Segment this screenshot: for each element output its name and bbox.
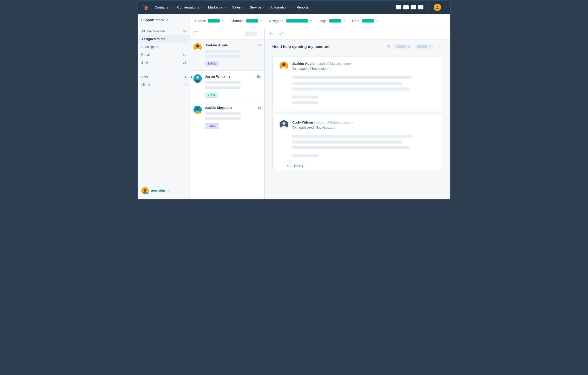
preview-placeholder: [205, 50, 241, 53]
preview-placeholder: [205, 55, 241, 58]
presence-avatar: [141, 187, 149, 194]
sidebar-item-count: 13: [183, 61, 186, 64]
chevron-down-icon: ⌄: [310, 6, 311, 9]
filter-channel[interactable]: Channel:▼: [231, 19, 262, 23]
nav-reports[interactable]: Reports⌄: [296, 5, 312, 9]
sidebar-item-count: 3: [185, 37, 186, 41]
conversation-detail: Need help syncing my account ✕ ✕ ＋: [265, 28, 450, 199]
svg-point-11: [196, 107, 199, 110]
channel-tag: EMAIL: [205, 123, 220, 129]
preview-placeholder: [205, 81, 241, 84]
time-ago: 1d: [258, 106, 261, 109]
preview-placeholder: [205, 117, 241, 120]
filter-tags[interactable]: Tags:▼: [319, 19, 346, 23]
chevron-down-icon: ⌄: [224, 6, 226, 9]
reply-icon[interactable]: [269, 32, 274, 36]
tag-placeholder: [417, 45, 427, 48]
nav-action-2[interactable]: [403, 5, 409, 10]
svg-point-10: [196, 76, 199, 79]
message-list: Joakim Apple <japple@biglytics.com> To: …: [265, 53, 450, 199]
nav-automation[interactable]: Automation⌄: [270, 5, 291, 9]
nav-service[interactable]: Service⌄: [250, 5, 264, 9]
nav-contacts[interactable]: Contacts⌄: [155, 5, 171, 9]
text-placeholder: [292, 154, 318, 157]
chevron-down-icon: ⌄: [262, 6, 264, 9]
chevron-down-icon: ⌄: [289, 6, 291, 9]
sidebar-item-all[interactable]: All conversations63: [138, 27, 189, 35]
filter-value-placeholder: [246, 19, 258, 22]
conversation-row[interactable]: Joakim Apple3m EMAIL: [190, 40, 264, 71]
tag-chip: ✕: [394, 44, 412, 49]
sidebar-item-email[interactable]: E-mail50: [138, 51, 189, 59]
time-ago: 2hr: [256, 75, 261, 78]
sidebar-item-filtered[interactable]: Filtred15: [138, 81, 189, 89]
tag-icon[interactable]: [387, 44, 391, 49]
inbox-title: Support inbox: [141, 18, 165, 22]
avatar: [280, 120, 288, 129]
top-nav: Contacts⌄ Conversations⌄ Marketing⌄ Sale…: [138, 1, 450, 14]
tag-placeholder: [396, 45, 406, 48]
sidebar: Support inbox ▼ All conversations63 Assi…: [138, 14, 190, 199]
nav-action-3[interactable]: [410, 5, 416, 10]
chevron-down-icon: ⌄: [168, 190, 169, 192]
select-all-checkbox[interactable]: [193, 31, 198, 36]
chevron-down-icon: ⌄: [242, 6, 244, 9]
conversation-body: Joakim Apple3m EMAIL: [205, 43, 261, 66]
recipient: To: support@hubspot.com: [292, 67, 352, 71]
nav-action-4[interactable]: [418, 5, 423, 10]
conversation-row[interactable]: Jackie Simpson1d EMAIL: [190, 102, 264, 133]
chevron-down-icon: ⌄: [169, 6, 171, 9]
filter-status[interactable]: Status:▼: [195, 19, 224, 23]
sidebar-divider: [141, 70, 186, 70]
nav-sales[interactable]: Sales⌄: [232, 5, 244, 9]
sidebar-item-assigned[interactable]: Assigned to me3: [138, 35, 189, 43]
user-avatar[interactable]: [434, 4, 441, 11]
conversation-body: Jason Williams2hr CHAT: [205, 75, 261, 97]
preview-placeholder: [205, 86, 241, 89]
hubspot-logo[interactable]: [142, 4, 149, 11]
sidebar-item-label: Filtred: [141, 83, 150, 86]
remove-tag-icon[interactable]: ✕: [408, 45, 410, 48]
chevron-down-icon: ▼: [221, 20, 224, 22]
conversation-subject: Need help syncing my account: [273, 44, 384, 49]
add-tag-button[interactable]: ＋: [437, 44, 441, 50]
sidebar-item-bots[interactable]: Bots4: [138, 73, 189, 81]
message-meta: Cody Wilson <support@hubspot.com> To: ja…: [292, 120, 353, 129]
nav-action-1[interactable]: [396, 5, 401, 10]
sender-email: <japple@biglytics.com>: [315, 62, 352, 65]
sort-toggle[interactable]: ▲▼: [259, 32, 261, 35]
sidebar-list-1: All conversations63 Assigned to me3 Unas…: [138, 27, 189, 66]
user-menu-caret[interactable]: ⌄: [444, 6, 446, 9]
reply-icon: [286, 164, 291, 168]
remove-tag-icon[interactable]: ✕: [429, 45, 432, 48]
inbox-selector[interactable]: Support inbox ▼: [138, 14, 189, 24]
svg-line-4: [144, 6, 146, 7]
sidebar-item-unassigned[interactable]: Unassigned2: [138, 43, 189, 51]
nav-marketing[interactable]: Marketing⌄: [208, 5, 226, 9]
svg-line-6: [146, 9, 146, 10]
nav-conversations[interactable]: Conversations⌄: [177, 5, 202, 9]
app-frame: Contacts⌄ Conversations⌄ Marketing⌄ Sale…: [137, 0, 451, 200]
nav-menu: Contacts⌄ Conversations⌄ Marketing⌄ Sale…: [155, 5, 396, 9]
message: Joakim Apple <japple@biglytics.com> To: …: [273, 56, 442, 112]
reply-button[interactable]: Reply: [294, 164, 304, 168]
text-placeholder: [292, 101, 318, 104]
conversation-row[interactable]: Jason Williams2hr CHAT: [190, 71, 264, 102]
contact-name: Jackie Simpson: [205, 106, 232, 110]
sidebar-item-chat[interactable]: Chat13: [138, 59, 189, 66]
text-placeholder: [292, 96, 318, 98]
sidebar-item-label: Unassigned: [141, 45, 158, 49]
text-placeholder: [292, 82, 403, 85]
filter-assignee[interactable]: Assignee:▼: [269, 19, 312, 23]
checkmark-icon[interactable]: [278, 32, 284, 36]
conversation-list: ▲▼ Joakim Apple3m EMAIL: [190, 28, 265, 199]
filter-date[interactable]: Date:▼: [352, 19, 378, 23]
filter-value-placeholder: [286, 19, 308, 22]
nav-divider: [429, 4, 429, 11]
conversation-body: Jackie Simpson1d EMAIL: [205, 106, 261, 129]
columns: ▲▼ Joakim Apple3m EMAIL: [190, 28, 450, 199]
sidebar-item-label: Chat: [141, 61, 148, 64]
sidebar-item-count: 50: [183, 53, 186, 56]
presence-selector[interactable]: Available ⌄: [138, 183, 189, 199]
sidebar-item-label: E-mail: [141, 53, 151, 56]
